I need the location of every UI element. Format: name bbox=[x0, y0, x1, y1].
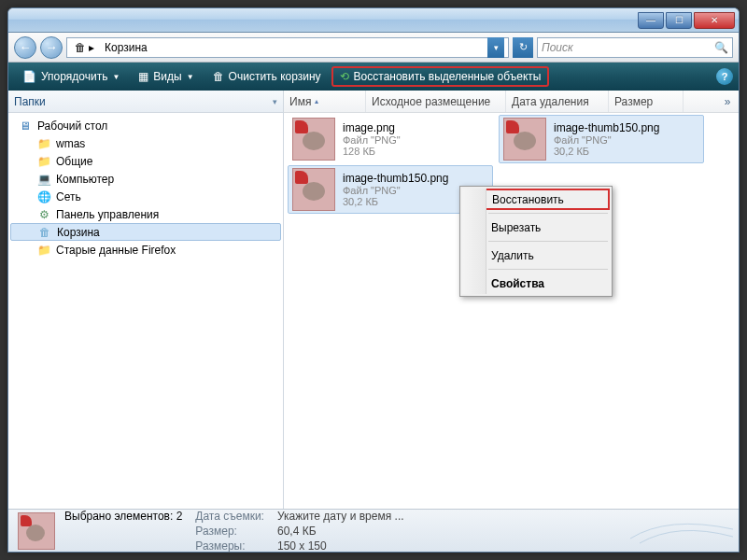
tree-item-старые-данные-firefox[interactable]: 📁Старые данные Firefox bbox=[10, 241, 281, 259]
column-original-location[interactable]: Исходное размещение bbox=[366, 91, 506, 112]
file-thumbnail bbox=[503, 118, 546, 161]
empty-recycle-button[interactable]: 🗑 Очистить корзину bbox=[204, 66, 330, 87]
recycle-bin-icon: 🗑 bbox=[75, 41, 86, 54]
content-pane: Имя Исходное размещение Дата удаления Ра… bbox=[284, 91, 739, 509]
titlebar: — ☐ ✕ bbox=[8, 8, 739, 33]
context-menu: ВосстановитьВырезатьУдалитьСвойства bbox=[459, 186, 613, 297]
address-dropdown[interactable]: ▾ bbox=[487, 37, 504, 58]
forward-button[interactable]: → bbox=[40, 36, 63, 59]
help-button[interactable]: ? bbox=[716, 68, 733, 85]
tree-item-сеть[interactable]: 🌐Сеть bbox=[10, 188, 281, 205]
file-type: Файл "PNG" bbox=[554, 134, 659, 146]
restore-icon: ⟲ bbox=[340, 70, 349, 83]
file-item[interactable]: image.pngФайл "PNG"128 КБ bbox=[288, 115, 493, 163]
network-icon: 🌐 bbox=[36, 189, 51, 204]
file-list[interactable]: image.pngФайл "PNG"128 КБimage-thumb150.… bbox=[284, 113, 739, 509]
organize-icon: 📄 bbox=[22, 70, 36, 83]
more-columns-button[interactable]: » bbox=[716, 95, 739, 108]
search-placeholder: Поиск bbox=[542, 41, 573, 54]
restore-selected-button[interactable]: ⟲ Восстановить выделенные объекты bbox=[331, 66, 550, 87]
folder-tree: 🖥Рабочий стол📁wmas📁Общие💻Компьютер🌐Сеть⚙… bbox=[8, 113, 283, 262]
details-text: Выбрано элементов: 2 Дата съемки: Укажит… bbox=[64, 510, 417, 553]
selection-count: Выбрано элементов: 2 bbox=[64, 510, 182, 523]
menu-separator bbox=[488, 241, 608, 242]
minimize-button[interactable]: — bbox=[638, 12, 664, 29]
tree-item-компьютер[interactable]: 💻Компьютер bbox=[10, 170, 281, 188]
file-size: 30,2 КБ bbox=[343, 196, 448, 207]
file-name: image-thumb150.png bbox=[554, 121, 659, 134]
details-thumbnail bbox=[18, 512, 55, 550]
tree-item-панель-управления[interactable]: ⚙Панель управления bbox=[10, 205, 281, 223]
file-thumbnail bbox=[292, 118, 335, 161]
address-root[interactable]: 🗑 ▸ bbox=[71, 38, 101, 57]
tree-item-wmas[interactable]: 📁wmas bbox=[10, 134, 281, 152]
views-icon: ▦ bbox=[138, 70, 148, 83]
chevron-down-icon: ▾ bbox=[273, 97, 277, 106]
folder-icon: 📁 bbox=[36, 154, 51, 169]
folder-icon: 📁 bbox=[36, 136, 51, 151]
chevron-right-icon: ▸ bbox=[89, 41, 94, 54]
column-date-deleted[interactable]: Дата удаления bbox=[506, 91, 609, 112]
refresh-button[interactable]: ↻ bbox=[513, 37, 533, 58]
file-item[interactable]: image-thumb150.pngФайл "PNG"30,2 КБ bbox=[499, 115, 704, 163]
explorer-window: — ☐ ✕ ← → 🗑 ▸ Корзина ▾ ↻ Поиск 🔍 📄 Упор… bbox=[7, 7, 740, 553]
recycle-icon: 🗑 bbox=[37, 225, 52, 240]
nav-pane: Папки ▾ 🖥Рабочий стол📁wmas📁Общие💻Компьют… bbox=[8, 91, 284, 509]
file-size: 30,2 КБ bbox=[554, 146, 659, 157]
search-icon: 🔍 bbox=[714, 41, 728, 54]
tree-item-рабочий-стол[interactable]: 🖥Рабочий стол bbox=[10, 117, 281, 134]
details-pane: Выбрано элементов: 2 Дата съемки: Укажит… bbox=[8, 509, 739, 552]
desktop-icon: 🖥 bbox=[18, 119, 33, 133]
computer-icon: 💻 bbox=[36, 172, 51, 187]
file-type: Файл "PNG" bbox=[343, 134, 401, 146]
address-segment[interactable]: Корзина bbox=[101, 38, 154, 57]
organize-button[interactable]: 📄 Упорядочить ▼ bbox=[14, 66, 128, 87]
chevron-down-icon: ▼ bbox=[187, 73, 194, 81]
control-icon: ⚙ bbox=[36, 207, 51, 222]
decorative-swoosh bbox=[630, 511, 733, 546]
folders-header[interactable]: Папки ▾ bbox=[8, 91, 283, 113]
trash-icon: 🗑 bbox=[213, 70, 224, 83]
column-name[interactable]: Имя bbox=[284, 91, 366, 112]
file-thumbnail bbox=[292, 168, 335, 211]
context-menu-gutter bbox=[462, 189, 486, 294]
nav-bar: ← → 🗑 ▸ Корзина ▾ ↻ Поиск 🔍 bbox=[8, 33, 739, 63]
views-button[interactable]: ▦ Виды ▼ bbox=[130, 66, 202, 87]
file-name: image.png bbox=[343, 121, 401, 134]
search-input[interactable]: Поиск 🔍 bbox=[537, 37, 733, 58]
address-bar[interactable]: 🗑 ▸ Корзина ▾ bbox=[66, 37, 509, 58]
column-size[interactable]: Размер bbox=[609, 91, 684, 112]
close-button[interactable]: ✕ bbox=[694, 12, 735, 29]
column-headers: Имя Исходное размещение Дата удаления Ра… bbox=[284, 91, 739, 113]
back-button[interactable]: ← bbox=[14, 36, 36, 59]
command-bar: 📄 Упорядочить ▼ ▦ Виды ▼ 🗑 Очистить корз… bbox=[8, 63, 739, 91]
file-name: image-thumb150.png bbox=[343, 172, 448, 185]
tree-item-корзина[interactable]: 🗑Корзина bbox=[10, 223, 281, 241]
tree-item-общие[interactable]: 📁Общие bbox=[10, 152, 281, 170]
chevron-down-icon: ▼ bbox=[112, 73, 120, 81]
maximize-button[interactable]: ☐ bbox=[666, 12, 692, 29]
file-size: 128 КБ bbox=[343, 146, 401, 157]
file-type: Файл "PNG" bbox=[343, 185, 448, 196]
folder-icon: 📁 bbox=[36, 243, 51, 258]
menu-separator bbox=[488, 269, 608, 270]
menu-separator bbox=[488, 213, 608, 214]
main-area: Папки ▾ 🖥Рабочий стол📁wmas📁Общие💻Компьют… bbox=[8, 91, 739, 509]
